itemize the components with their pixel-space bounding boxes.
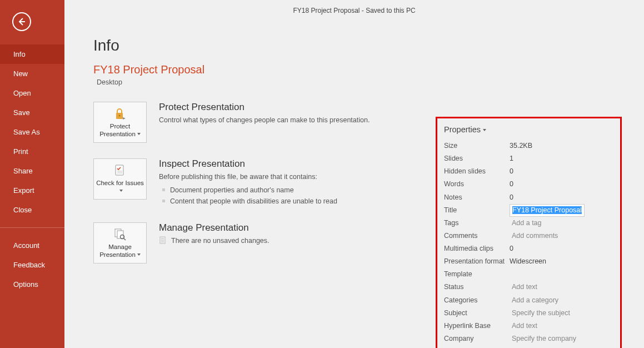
nav-divider (0, 227, 64, 228)
nav-item-options[interactable]: Options (0, 275, 64, 294)
property-label: Hyperlink Base (444, 320, 510, 332)
document-title: FY18 Project Proposal (93, 63, 644, 76)
property-row-status: StatusAdd text (444, 281, 613, 294)
page-heading: Info (93, 37, 644, 54)
property-value[interactable]: Add text (510, 281, 540, 294)
back-button[interactable] (12, 12, 31, 31)
svg-rect-3 (116, 165, 123, 175)
title-bar: FY18 Project Proposal - Saved to this PC (64, 0, 644, 14)
property-value[interactable]: Specify the company (510, 332, 578, 345)
svg-line-9 (124, 238, 126, 240)
property-value[interactable]: Add a tag (510, 217, 544, 230)
property-row-slides: Slides1 (444, 152, 613, 165)
nav-item-new[interactable]: New (0, 64, 64, 83)
property-label: Size (444, 140, 510, 152)
property-label: Template (444, 268, 510, 281)
document-search-icon (112, 227, 128, 242)
property-label: Categories (444, 294, 510, 307)
inspect-issue-list: Document properties and author's nameCon… (159, 185, 337, 207)
property-value: 0 (510, 191, 513, 204)
property-label: Slides (444, 152, 510, 165)
property-row-title: TitleFY18 Project Proposal (444, 204, 613, 217)
backstage-sidebar: InfoNewOpenSaveSave AsPrintShareExportCl… (0, 0, 64, 348)
nav-item-save-as[interactable]: Save As (0, 122, 64, 142)
svg-point-2 (119, 115, 121, 117)
property-label: Company (444, 332, 510, 345)
properties-panel: Properties Size35.2KBSlides1Hidden slide… (436, 117, 622, 348)
property-row-hidden-slides: Hidden slides0 (444, 165, 613, 178)
nav-item-save[interactable]: Save (0, 103, 64, 122)
checklist-icon (112, 163, 128, 178)
title-bar-status: Saved to this PC (366, 7, 415, 14)
property-row-size: Size35.2KB (444, 140, 613, 152)
inspect-issue-item: Document properties and author's name (159, 185, 337, 196)
property-row-words: Words0 (444, 178, 613, 191)
manage-presentation-button[interactable]: Manage Presentation (93, 222, 147, 264)
check-for-issues-button[interactable]: Check for Issues (93, 158, 147, 200)
document-location: Desktop (97, 78, 644, 86)
inspect-issue-item: Content that people with disabilities ar… (159, 196, 337, 207)
property-row-tags: TagsAdd a tag (444, 217, 613, 230)
properties-dropdown[interactable]: Properties (444, 125, 613, 134)
property-value: 0 (510, 165, 513, 178)
property-value[interactable]: Specify the subject (510, 307, 572, 320)
property-row-template: Template (444, 268, 613, 281)
property-label: Title (444, 204, 510, 217)
property-label: Multimedia clips (444, 242, 510, 255)
property-label: Status (444, 281, 510, 294)
nav-item-info[interactable]: Info (0, 44, 64, 64)
property-value[interactable]: FY18 Project Proposal (510, 204, 585, 217)
inspect-desc: Before publishing this file, be aware th… (159, 172, 337, 182)
property-label: Comments (444, 230, 510, 242)
property-row-categories: CategoriesAdd a category (444, 294, 613, 307)
lock-icon (112, 106, 128, 122)
protect-desc: Control what types of changes people can… (159, 115, 370, 126)
property-value: 0 (510, 178, 513, 191)
protect-heading: Protect Presentation (159, 102, 370, 113)
nav-item-share[interactable]: Share (0, 161, 64, 181)
inspect-heading: Inspect Presentation (159, 158, 337, 170)
nav-item-print[interactable]: Print (0, 142, 64, 161)
property-label: Subject (444, 307, 510, 320)
property-value[interactable]: Add comments (510, 230, 560, 242)
manage-heading: Manage Presentation (159, 222, 269, 233)
nav-item-export[interactable]: Export (0, 181, 64, 200)
nav-item-account[interactable]: Account (0, 236, 64, 255)
property-row-comments: CommentsAdd comments (444, 230, 613, 242)
property-row-subject: SubjectSpecify the subject (444, 307, 613, 320)
property-label: Tags (444, 217, 510, 230)
property-label: Words (444, 178, 510, 191)
property-row-presentation-format: Presentation formatWidescreen (444, 255, 613, 268)
title-bar-doc: FY18 Project Proposal (293, 7, 360, 14)
property-row-company: CompanySpecify the company (444, 332, 613, 345)
property-row-notes: Notes0 (444, 191, 613, 204)
property-label: Hidden slides (444, 165, 510, 178)
property-label: Presentation format (444, 255, 510, 268)
document-icon (159, 236, 167, 244)
protect-presentation-button[interactable]: Protect Presentation (93, 102, 147, 143)
property-value[interactable]: Add a category (510, 294, 561, 307)
arrow-left-icon (17, 17, 26, 26)
nav-item-close[interactable]: Close (0, 200, 64, 220)
property-value: 0 (510, 242, 513, 255)
property-value[interactable]: Add text (510, 320, 540, 332)
property-row-hyperlink-base: Hyperlink BaseAdd text (444, 320, 613, 332)
backstage-main: FY18 Project Proposal - Saved to this PC… (64, 0, 644, 348)
property-value: 1 (510, 152, 513, 165)
property-value: 35.2KB (510, 140, 532, 152)
property-label: Notes (444, 191, 510, 204)
manage-desc: There are no unsaved changes. (159, 236, 269, 246)
property-value: Widescreen (510, 255, 546, 268)
nav-item-feedback[interactable]: Feedback (0, 255, 64, 275)
property-row-multimedia-clips: Multimedia clips0 (444, 242, 613, 255)
nav-item-open[interactable]: Open (0, 83, 64, 103)
